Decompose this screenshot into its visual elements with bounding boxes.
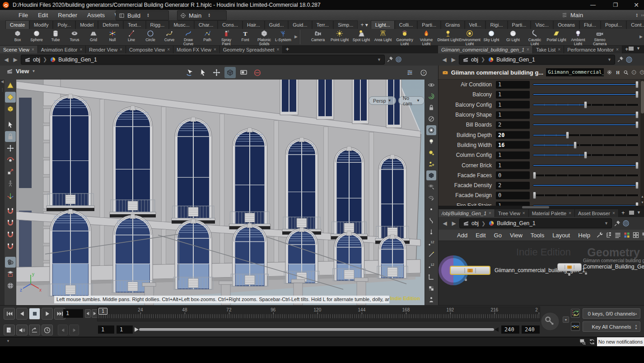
slider-handle[interactable] — [635, 202, 639, 206]
param-path-field[interactable]: obj ❯ Building_Gen_1 ▼ — [459, 55, 615, 65]
shelf-tab[interactable]: Modify — [29, 20, 53, 29]
secure-selection-button[interactable] — [5, 131, 16, 142]
path-root-chip[interactable]: obj — [462, 57, 478, 63]
color-palette-icon[interactable] — [623, 231, 630, 239]
add-shelf-tab-button[interactable]: + ▾ — [358, 21, 370, 29]
param-value-field[interactable]: 1 — [496, 151, 530, 159]
param-value-field[interactable]: 1 — [496, 81, 530, 89]
key-options-dropdown[interactable]: ▼ — [563, 316, 569, 323]
shelf-tool-tube[interactable]: Tube — [46, 29, 65, 45]
slider-handle[interactable] — [635, 111, 639, 118]
pane-layout-icons[interactable]: ▼ — [629, 46, 640, 51]
radar-icon[interactable] — [625, 56, 633, 63]
slider-handle[interactable] — [635, 81, 639, 88]
radial-menu-selector[interactable]: Main ▲▼ ›› — [561, 10, 644, 20]
object-select-button[interactable] — [5, 104, 16, 114]
pose-tool-button[interactable] — [5, 178, 16, 189]
range-end-field[interactable]: 240 — [501, 325, 519, 334]
shelf-tab[interactable]: Flui... — [579, 20, 601, 29]
shelf-tab[interactable]: Guid... — [265, 20, 288, 29]
close-icon[interactable]: × — [569, 211, 571, 216]
shelf-tool-caustic-light[interactable]: Caustic Light — [524, 29, 546, 45]
message-search-icon[interactable] — [579, 338, 586, 345]
param-slider[interactable] — [533, 172, 639, 179]
pane-tab[interactable]: Giimann_commercial_building_gen_1× — [438, 46, 533, 53]
shelf-tool-distant-light[interactable]: Distant Light — [437, 29, 459, 45]
next-key-button[interactable] — [69, 325, 79, 335]
shelf-tab[interactable]: Simp... — [333, 20, 358, 29]
close-icon[interactable]: × — [79, 47, 82, 52]
shelf-tool-sky-light[interactable]: Sky Light — [481, 29, 502, 45]
shelf-tool-torus[interactable]: Torus — [65, 29, 84, 45]
shelf-tab[interactable]: Parti... — [508, 20, 531, 29]
spinner-icon[interactable]: ▲▼ — [147, 13, 149, 18]
shelf-tab[interactable]: Parti... — [417, 20, 441, 29]
shelf-tool-circle[interactable]: Circle — [141, 29, 160, 45]
pane-layout-icon[interactable] — [629, 47, 634, 51]
close-icon[interactable]: × — [167, 47, 170, 52]
shelf-tool-path[interactable]: Path — [198, 29, 217, 45]
viewport-canvas[interactable]: Persp▼ No cam▼ — [16, 80, 425, 305]
refresh-icon[interactable] — [588, 338, 596, 345]
shelf-tab[interactable]: Cont... — [626, 20, 644, 29]
pane-tab[interactable]: /obj/Building_Gen_1× — [439, 209, 495, 217]
snap-curve-button[interactable] — [5, 217, 16, 228]
param-value-field[interactable]: 1 — [496, 111, 530, 119]
shelf-tool-grid[interactable]: Grid — [84, 29, 103, 45]
shelf-tab[interactable]: Model — [75, 20, 98, 29]
menu-item[interactable]: View — [506, 232, 527, 239]
component-select-button[interactable] — [5, 92, 16, 103]
param-slider[interactable] — [533, 192, 639, 199]
shelf-tool-volume-light[interactable]: Volume Light — [415, 29, 437, 45]
slider-handle[interactable] — [635, 91, 639, 98]
path-root-chip[interactable]: obj — [24, 57, 40, 63]
menu-item[interactable]: Help — [574, 232, 594, 239]
pane-menu-icon[interactable]: ▼ — [637, 210, 641, 215]
info-icon[interactable]: i — [631, 69, 636, 75]
shelf-tool-draw-curve[interactable]: Draw Curve — [179, 29, 198, 45]
disable-button[interactable] — [252, 67, 263, 78]
close-icon[interactable]: × — [616, 47, 619, 52]
shelf-tool-platonic-solids[interactable]: Platonic Solids — [255, 29, 274, 45]
lock-camera-button[interactable] — [426, 103, 436, 113]
houdini-h-icon[interactable]: H — [615, 69, 621, 76]
close-icon[interactable]: × — [527, 47, 529, 52]
building-generator-node[interactable] — [450, 266, 490, 275]
param-value-field[interactable]: 1 — [496, 91, 530, 99]
back-button[interactable]: ◀ — [441, 57, 448, 63]
view-tool-button[interactable] — [184, 67, 195, 78]
show-hidden-button[interactable] — [426, 182, 436, 192]
texture-display-button[interactable] — [426, 283, 436, 293]
snapshot-button[interactable] — [224, 67, 236, 78]
param-slider[interactable] — [533, 111, 639, 118]
pane-tab[interactable]: Performance Monitor× — [564, 46, 622, 53]
menu-item[interactable]: Add — [453, 232, 471, 239]
current-frame-field[interactable]: 1 — [63, 309, 83, 318]
range-end-handle[interactable] — [495, 327, 499, 332]
hook-display-button[interactable] — [426, 216, 436, 226]
shelf-tab[interactable]: Popul... — [601, 20, 626, 29]
shelf-tab[interactable]: Char... — [194, 20, 218, 29]
add-light-button[interactable] — [426, 148, 436, 158]
help-button[interactable]: ? — [418, 67, 429, 78]
slider-handle[interactable] — [533, 172, 536, 179]
param-slider[interactable] — [533, 202, 639, 206]
param-slider[interactable] — [533, 121, 639, 128]
shelf-tool-gi-light[interactable]: GI Light — [502, 29, 524, 45]
shelf-tool-spray-paint[interactable]: Spray Paint — [217, 29, 236, 45]
translate-tool-button[interactable] — [5, 143, 16, 154]
param-value-field[interactable]: 1 — [496, 101, 530, 108]
shelf-tool-point-light[interactable]: Point Light — [329, 29, 350, 45]
normal-display-button[interactable] — [426, 227, 436, 237]
slider-handle[interactable] — [533, 192, 536, 199]
shelf-tool-geometry-light[interactable]: Geometry Light — [394, 29, 415, 45]
customize-icon[interactable] — [596, 231, 603, 239]
pane-tab[interactable]: Asset Browser× — [575, 209, 619, 217]
show-templates-button[interactable] — [426, 193, 436, 203]
back-button[interactable]: ◀ — [441, 220, 448, 226]
scroll-down-icon[interactable]: ▼ — [640, 200, 644, 205]
help-icon[interactable]: ? — [639, 69, 644, 75]
scroll-up-icon[interactable]: ▲ — [640, 194, 644, 199]
playback-mode-button[interactable] — [29, 325, 40, 335]
shelf-tab[interactable]: Visc... — [531, 20, 553, 29]
